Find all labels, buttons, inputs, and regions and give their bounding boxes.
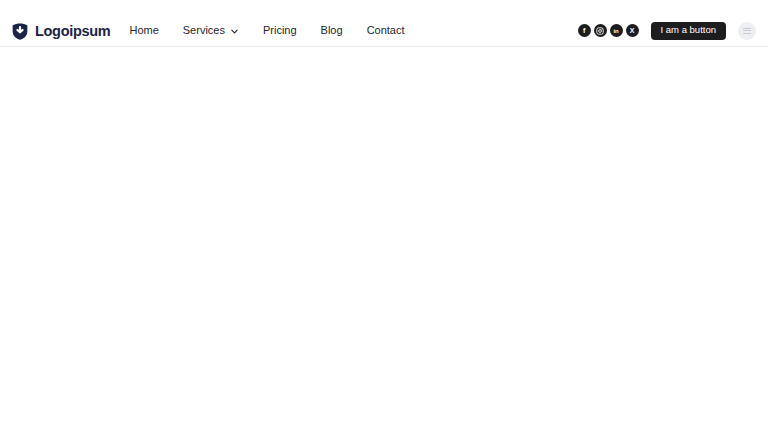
nav-item-services[interactable]: Services [183,21,239,40]
nav-item-label: Pricing [263,25,297,36]
nav-item-contact[interactable]: Contact [367,21,405,40]
page-body [0,47,768,431]
x-icon: X [630,27,635,34]
logo-text: Logoipsum [35,23,110,39]
instagram-icon [596,27,604,35]
logo[interactable]: Logoipsum [10,21,110,41]
page: Logoipsum Home Services Pricing Blog Con… [0,0,768,432]
nav-item-label: Services [183,25,225,36]
header-actions: f in X I am a button [578,22,756,40]
instagram-link[interactable] [594,24,607,37]
linkedin-link[interactable]: in [610,24,623,37]
x-link[interactable]: X [626,24,639,37]
nav-item-home[interactable]: Home [129,21,158,40]
header: Logoipsum Home Services Pricing Blog Con… [0,0,768,47]
menu-button[interactable] [738,22,756,40]
nav-item-label: Home [129,25,158,36]
hamburger-icon [743,28,751,29]
linkedin-icon: in [613,28,618,34]
shield-arrow-icon [10,21,30,41]
facebook-icon: f [583,27,585,34]
chevron-down-icon [230,27,239,36]
nav-item-blog[interactable]: Blog [321,21,343,40]
nav-item-label: Contact [367,25,405,36]
cta-button[interactable]: I am a button [651,22,726,40]
social-links: f in X [578,24,639,37]
nav-item-label: Blog [321,25,343,36]
main-nav: Home Services Pricing Blog Contact [129,21,404,40]
facebook-link[interactable]: f [578,24,591,37]
nav-item-pricing[interactable]: Pricing [263,21,297,40]
